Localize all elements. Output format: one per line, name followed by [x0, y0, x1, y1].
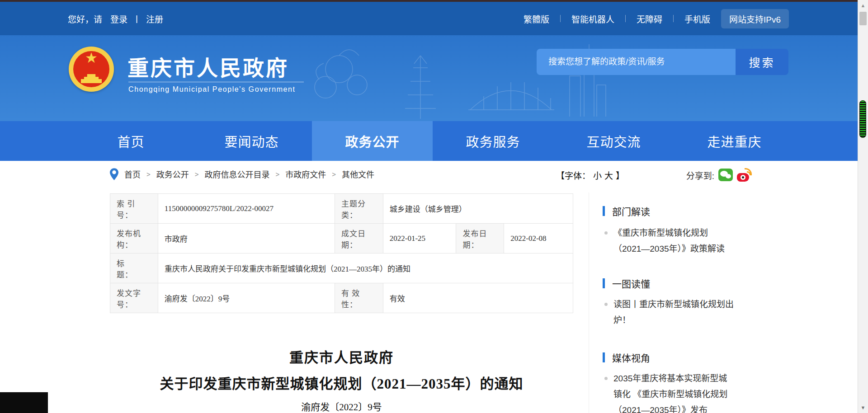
sidebar-section-media-view: 媒体视角 — [603, 351, 650, 364]
scroll-green-marker — [859, 100, 866, 138]
font-size-widget: 【字体： 小 大 】 — [556, 169, 624, 181]
meta-title-label: 标 题： — [110, 253, 158, 283]
meta-row-docno: 发文字号： 渝府发〔2022〕9号 有 效 性： 有效 — [110, 283, 573, 313]
breadcrumb-separator: > — [332, 170, 336, 178]
nav-item-interaction[interactable]: 互动交流 — [553, 121, 674, 161]
breadcrumb: 首页 > 政务公开 > 政府信息公开目录 > 市政府文件 > 其他文件 — [110, 167, 374, 181]
content-area: 首页 > 政务公开 > 政府信息公开目录 > 市政府文件 > 其他文件 【字体：… — [0, 161, 868, 413]
scrollbar[interactable]: ▲ ▼ — [858, 0, 868, 413]
wechat-icon[interactable] — [718, 169, 733, 181]
section-accent-bar — [603, 352, 605, 362]
meta-org-value: 市政府 — [158, 224, 335, 253]
doc-number: 渝府发〔2022〕9号 — [110, 399, 573, 413]
topbar-divider — [625, 15, 626, 22]
topbar-link-mobile[interactable]: 手机版 — [684, 13, 710, 25]
sidebar-item-media-article[interactable]: 2035年重庆将基本实现新型城 镇化 《重庆市新型城镇化规划 （2021—203… — [604, 371, 744, 413]
meta-topic-label: 主题分类： — [335, 194, 383, 223]
login-register-separator: | — [136, 14, 138, 23]
search-button[interactable]: 搜索 — [736, 49, 788, 75]
meta-created-label: 成文日期： — [335, 224, 383, 253]
meta-title-value: 重庆市人民政府关于印发重庆市新型城镇化规划（2021—2035年）的通知 — [158, 253, 573, 283]
nav-item-news[interactable]: 要闻动态 — [191, 121, 312, 161]
font-widget-prefix: 【字体： — [556, 169, 590, 181]
content-divider — [589, 192, 589, 413]
sidebar-section-dept-interpretation: 部门解读 — [603, 204, 650, 218]
sidebar-heading: 媒体视角 — [612, 351, 650, 364]
site-header: ★ 重庆市人民政府 Chongqing Municipal People's G… — [0, 35, 868, 121]
page: 您好，请 登录 | 注册 繁體版 智能机器人 无障碍 手机版 网站支持IPv6 — [0, 0, 868, 413]
weibo-icon[interactable] — [737, 168, 752, 182]
top-utility-bar: 您好，请 登录 | 注册 繁體版 智能机器人 无障碍 手机版 网站支持IPv6 — [0, 2, 868, 35]
meta-published-value: 2022-02-08 — [504, 224, 573, 253]
weibo-pupil — [742, 176, 744, 178]
ipv6-support-badge: 网站支持IPv6 — [721, 9, 789, 28]
meta-topic-value: 城乡建设（城乡管理） — [383, 194, 573, 223]
site-subtitle: Chongqing Municipal People's Government — [128, 85, 296, 94]
share-label: 分享到: — [686, 169, 714, 181]
national-emblem-logo: ★ — [69, 47, 114, 92]
scroll-down-button[interactable]: ▼ — [858, 403, 868, 412]
title-divider — [128, 82, 304, 82]
meta-row-title: 标 题： 重庆市人民政府关于印发重庆市新型城镇化规划（2021—2035年）的通… — [110, 253, 573, 283]
location-pin-icon — [110, 168, 118, 180]
greeting-text: 您好，请 — [68, 13, 102, 25]
emblem-inner-disc: ★ — [73, 51, 109, 87]
nav-item-gov-services[interactable]: 政务服务 — [433, 121, 553, 161]
login-link[interactable]: 登录 — [110, 13, 127, 25]
sidebar-item-infographic[interactable]: 读图丨重庆市新型城镇化规划出 炉！ — [604, 296, 744, 328]
font-size-small-button[interactable]: 小 — [593, 169, 602, 181]
meta-docno-value: 渝府发〔2022〕9号 — [158, 283, 335, 313]
emblem-gate-icon — [81, 74, 102, 83]
topbar-link-accessibility[interactable]: 无障碍 — [637, 13, 662, 25]
site-title: 重庆市人民政府 — [127, 51, 289, 82]
meta-validity-label: 有 效 性： — [335, 283, 383, 313]
section-accent-bar — [603, 206, 605, 216]
meta-created-value: 2022-01-25 — [383, 224, 456, 253]
window-corner — [0, 392, 48, 413]
main-nav: 首页 要闻动态 政务公开 政务服务 互动交流 走进重庆 — [0, 121, 868, 161]
topbar-divider — [673, 15, 674, 22]
font-size-large-button[interactable]: 大 — [604, 169, 613, 181]
font-widget-suffix: 】 — [616, 169, 624, 181]
breadcrumb-item-home[interactable]: 首页 — [124, 168, 141, 180]
header-decoration-art — [271, 35, 624, 121]
login-area: 您好，请 登录 | 注册 — [68, 13, 163, 25]
section-accent-bar — [603, 278, 605, 288]
breadcrumb-item-gov-open[interactable]: 政务公开 — [156, 168, 189, 180]
breadcrumb-item-other-docs[interactable]: 其他文件 — [342, 168, 374, 180]
breadcrumb-item-city-docs[interactable]: 市政府文件 — [285, 168, 326, 180]
scroll-thumb[interactable] — [859, 12, 867, 25]
register-link[interactable]: 注册 — [146, 13, 163, 25]
sidebar-item-policy-interpretation[interactable]: 《重庆市新型城镇化规划 （2021—2035年）》政策解读 — [604, 225, 744, 257]
meta-row-dates: 发布机构： 市政府 成文日期： 2022-01-25 发布日期： 2022-02… — [110, 223, 573, 253]
meta-index-value: 11500000009275780L/2022-00027 — [158, 194, 335, 223]
sidebar-heading: 一图读懂 — [612, 277, 650, 290]
meta-table: 索 引 号： 11500000009275780L/2022-00027 主题分… — [110, 193, 573, 313]
meta-row-index: 索 引 号： 11500000009275780L/2022-00027 主题分… — [110, 194, 573, 223]
meta-index-label: 索 引 号： — [110, 194, 158, 223]
page-tools: 【字体： 小 大 】 分享到: — [556, 168, 752, 182]
nav-item-gov-open[interactable]: 政务公开 — [312, 121, 433, 161]
topbar-link-chatbot[interactable]: 智能机器人 — [571, 13, 614, 25]
sidebar-heading: 部门解读 — [612, 204, 650, 218]
share-widget: 分享到: — [686, 168, 752, 182]
nav-item-about-chongqing[interactable]: 走进重庆 — [674, 121, 795, 161]
topbar-divider — [560, 15, 561, 22]
breadcrumb-separator: > — [195, 170, 199, 178]
breadcrumb-separator: > — [276, 170, 280, 178]
meta-docno-label: 发文字号： — [110, 283, 158, 313]
site-search: 搜索 — [537, 49, 788, 75]
meta-published-label: 发布日期： — [456, 224, 504, 253]
nav-item-home[interactable]: 首页 — [71, 121, 191, 161]
doc-main-title: 关于印发重庆市新型城镇化规划（2021—2035年）的通知 — [110, 372, 573, 393]
topbar-link-traditional-chinese[interactable]: 繁體版 — [524, 13, 549, 25]
scroll-up-button[interactable]: ▲ — [858, 1, 868, 10]
sidebar-section-infographic: 一图读懂 — [603, 277, 650, 290]
utility-links: 繁體版 智能机器人 无障碍 手机版 网站支持IPv6 — [524, 9, 789, 28]
search-input[interactable] — [537, 49, 736, 75]
meta-org-label: 发布机构： — [110, 224, 158, 253]
doc-org-title: 重庆市人民政府 — [110, 346, 573, 366]
breadcrumb-item-info-catalog[interactable]: 政府信息公开目录 — [205, 168, 270, 180]
meta-validity-value: 有效 — [383, 283, 573, 313]
breadcrumb-separator: > — [146, 170, 151, 178]
